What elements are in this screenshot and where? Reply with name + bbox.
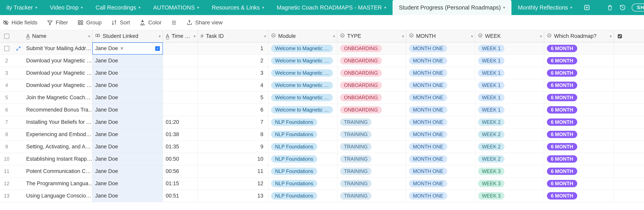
cell-type[interactable]: ONBOARDING [337, 79, 406, 91]
view-tab[interactable]: Student Progress (Personal Roadmaps)▾ [392, 0, 512, 15]
cell-month[interactable]: MONTH ONE [406, 153, 475, 165]
cell-type[interactable]: ONBOARDING [337, 92, 406, 104]
cell-name[interactable]: Experiencing and Embod… [24, 128, 92, 140]
chevron-down-icon[interactable]: ▾ [88, 34, 90, 39]
cell-month[interactable]: MONTH ONE [406, 55, 475, 67]
share-button[interactable]: SHARE [632, 4, 644, 12]
cell-type[interactable]: TRAINING [337, 190, 406, 202]
chevron-down-icon[interactable]: ▾ [540, 34, 542, 39]
row-number[interactable]: 6 [0, 107, 14, 113]
cell-roadmap[interactable]: 6 MONTH [544, 104, 614, 116]
cell-task-id[interactable]: 2 [198, 55, 268, 67]
cell-roadmap[interactable]: 6 MONTH [544, 67, 614, 79]
cell-time[interactable]: 00:56 [163, 165, 198, 177]
cell-time[interactable] [163, 79, 198, 91]
column-header-month[interactable]: MONTH ▾ [406, 30, 475, 42]
cell-student[interactable]: Jane Doe [92, 153, 163, 165]
cell-module[interactable]: NLP Foundations [268, 128, 337, 140]
cell-type[interactable]: ONBOARDING [337, 42, 406, 54]
cell-week[interactable]: WEEK 1 [475, 42, 544, 54]
cell-week[interactable]: WEEK 3 [475, 178, 544, 190]
cell-roadmap[interactable]: 6 MONTH [544, 165, 614, 177]
cell-time[interactable]: 01:35 [163, 141, 198, 153]
table-row[interactable]: 9Setting, Activating, and A…Jane Doe01:3… [0, 141, 644, 153]
column-header-time[interactable]: A̲ Time … ▾ [163, 30, 198, 42]
cell-week[interactable]: WEEK 1 [475, 55, 544, 67]
table-row[interactable]: 8Experiencing and Embod…Jane Doe01:388NL… [0, 128, 644, 141]
cell-module[interactable]: Welcome to Magnetic … [268, 79, 337, 91]
cell-week[interactable]: WEEK 2 [475, 153, 544, 165]
view-tab[interactable]: Video Drop▾ [44, 0, 89, 15]
cell-roadmap[interactable]: 6 MONTH [544, 79, 614, 91]
hide-fields-button[interactable]: Hide fields [3, 20, 38, 26]
chevron-down-icon[interactable]: ▾ [333, 34, 335, 39]
cell-month[interactable]: MONTH ONE [406, 165, 475, 177]
row-number[interactable]: 8 [0, 132, 14, 137]
column-header-student[interactable]: Student Linked ▾ [92, 30, 163, 42]
row-number[interactable]: 7 [0, 119, 14, 125]
cell-roadmap[interactable]: 6 MONTH [544, 42, 614, 54]
column-header-task[interactable]: # Task ID ▾ [198, 30, 268, 42]
cell-name[interactable]: Installing Your Beliefs for … [24, 116, 92, 128]
add-view-icon[interactable] [583, 4, 590, 11]
cell-task-id[interactable]: 7 [198, 116, 268, 128]
sort-button[interactable]: Sort [111, 20, 130, 26]
cell-time[interactable]: 01:20 [163, 116, 198, 128]
cell-name[interactable]: Potent Communication C… [24, 165, 92, 177]
row-number[interactable]: 12 [0, 181, 14, 186]
table-row[interactable]: Submit Your Mailing Addr…Jane Doe✕✓1Welc… [0, 42, 644, 55]
cell-week[interactable]: WEEK 2 [475, 116, 544, 128]
table-row[interactable]: 2Download your Magnetic …Jane Doe2Welcom… [0, 55, 644, 67]
cell-week[interactable]: WEEK 1 [475, 104, 544, 116]
cell-module[interactable]: NLP Foundations [268, 116, 337, 128]
table-row[interactable]: 3Download your Magnetic …Jane Doe3Welcom… [0, 67, 644, 79]
cell-type[interactable]: TRAINING [337, 178, 406, 190]
cell-student[interactable]: Jane Doe [92, 104, 163, 116]
column-header-type[interactable]: TYPE ▾ [337, 30, 406, 42]
cell-month[interactable]: MONTH ONE [406, 190, 475, 202]
cell-type[interactable]: ONBOARDING [337, 67, 406, 79]
cell-roadmap[interactable]: 6 MONTH [544, 116, 614, 128]
cell-name[interactable]: Download your Magnetic … [24, 67, 92, 79]
cell-time[interactable] [163, 42, 198, 54]
cell-roadmap[interactable]: 6 MONTH [544, 55, 614, 67]
cell-student[interactable]: Jane Doe [92, 141, 163, 153]
cell-type[interactable]: TRAINING [337, 153, 406, 165]
cell-name[interactable]: Download your Magnetic … [24, 79, 92, 91]
cell-module[interactable]: Welcome to Magnetic … [268, 42, 337, 54]
cell-roadmap[interactable]: 6 MONTH [544, 92, 614, 104]
group-button[interactable]: Group [78, 20, 102, 26]
trash-icon[interactable] [606, 4, 614, 11]
select-all-cell[interactable] [0, 30, 14, 42]
cell-week[interactable]: WEEK 3 [475, 165, 544, 177]
cell-time[interactable]: 01:38 [163, 128, 198, 140]
cell-roadmap[interactable]: 6 MONTH [544, 128, 614, 140]
cell-month[interactable]: MONTH ONE [406, 104, 475, 116]
cell-time[interactable] [163, 55, 198, 67]
table-row[interactable]: 11Potent Communication C…Jane Doe00:5611… [0, 165, 644, 178]
cell-module[interactable]: Welcome to Magnetic … [268, 104, 337, 116]
cell-name[interactable]: The Programming Langua… [24, 178, 92, 190]
view-tab[interactable]: ity Tracker▾ [0, 0, 44, 15]
cell-month[interactable]: MONTH ONE [406, 67, 475, 79]
cell-time[interactable] [163, 67, 198, 79]
cell-task-id[interactable]: 8 [198, 128, 268, 140]
view-tab[interactable]: Magnetic Coach ROADMAPS - MASTER▾ [270, 0, 392, 15]
cell-module[interactable]: NLP Foundations [268, 153, 337, 165]
cell-student[interactable]: Jane Doe [92, 116, 163, 128]
remove-link-icon[interactable]: ✕ [120, 46, 124, 51]
cell-week[interactable]: WEEK 1 [475, 79, 544, 91]
table-row[interactable]: 7Installing Your Beliefs for …Jane Doe01… [0, 116, 644, 128]
cell-task-id[interactable]: 3 [198, 67, 268, 79]
cell-time[interactable] [163, 92, 198, 104]
cell-month[interactable]: MONTH ONE [406, 92, 475, 104]
cell-name[interactable]: Establishing Instant Rapp… [24, 153, 92, 165]
chevron-down-icon[interactable]: ▾ [159, 34, 161, 39]
cell-task-id[interactable]: 4 [198, 79, 268, 91]
view-tab[interactable]: AUTOMATIONS▾ [147, 0, 206, 15]
cell-student[interactable]: Jane Doe [92, 128, 163, 140]
row-number[interactable]: 2 [0, 58, 14, 64]
cell-task-id[interactable]: 13 [198, 190, 268, 202]
chevron-down-icon[interactable]: ▾ [402, 34, 404, 39]
color-button[interactable]: Color [140, 20, 162, 26]
